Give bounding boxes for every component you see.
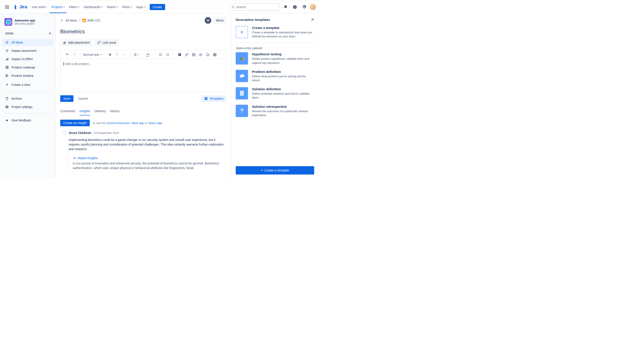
add-attachment-button[interactable]: Add attachment <box>60 39 92 46</box>
watch-icon[interactable] <box>205 17 211 24</box>
undo-icon[interactable] <box>64 52 70 57</box>
nav-dashboards[interactable]: Dashboards▾ <box>82 1 104 13</box>
card-title: Create a template <box>252 26 314 30</box>
template-solution-retrospective[interactable]: ? Solution retrospective Review the outc… <box>236 105 314 117</box>
link-issue-button[interactable]: Link issue <box>94 39 119 46</box>
jira-logo[interactable]: Jira <box>12 4 29 10</box>
add-view-icon[interactable]: + <box>49 31 51 36</box>
insight-checkbox[interactable] <box>62 131 66 135</box>
trash-icon <box>5 97 9 100</box>
sidebar-item-give-feedback[interactable]: Give feedback <box>3 117 54 124</box>
sidebar-item-label: Impact assesment <box>12 49 36 52</box>
italic-icon[interactable]: I <box>114 52 120 57</box>
save-button[interactable]: Save <box>60 95 74 102</box>
create-template-button[interactable]: + Create a template <box>236 166 314 175</box>
description-editor: Normal text▾ B I ⋯ ▾ A▾ <box>60 50 226 92</box>
question-icon: ? <box>236 105 248 117</box>
svg-rect-37 <box>178 53 181 56</box>
settings-icon[interactable] <box>300 3 308 10</box>
sidebar-item-product-timeline[interactable]: Product timeline <box>3 72 54 79</box>
svg-rect-29 <box>160 54 162 55</box>
table-icon[interactable] <box>212 52 218 57</box>
text-color-icon[interactable]: A▾ <box>146 52 151 57</box>
user-avatar[interactable] <box>310 4 316 10</box>
nav-filters[interactable]: Filters▾ <box>67 1 81 13</box>
breadcrumb-all-ideas[interactable]: All ideas <box>66 19 77 22</box>
emoji-icon[interactable] <box>205 52 211 57</box>
svg-rect-52 <box>242 57 242 60</box>
redo-icon[interactable] <box>72 52 77 57</box>
sidebar-item-label: Product roadmap <box>12 66 35 69</box>
template-problem-definition[interactable]: Problem definition Define what problem y… <box>236 70 314 82</box>
svg-rect-10 <box>6 59 6 60</box>
move-button[interactable]: Move <box>214 17 226 24</box>
create-template-card[interactable]: + Create a template Create a template to… <box>236 26 314 43</box>
help-icon[interactable]: ? <box>291 3 298 10</box>
cancel-button[interactable]: Cancel <box>76 95 90 102</box>
templates-button[interactable]: Templates <box>202 95 226 102</box>
sidebar-item-all-ideas[interactable]: All ideas <box>3 39 54 46</box>
apps-switcher-icon[interactable] <box>4 3 10 10</box>
nav-your-work[interactable]: Your work▾ <box>30 1 49 13</box>
checkbox-icon[interactable] <box>177 52 182 57</box>
number-list-icon[interactable]: 123 <box>165 52 170 57</box>
svg-rect-16 <box>6 75 8 75</box>
template-title: Solution definition <box>252 87 314 91</box>
slack-app-link[interactable]: Slack app <box>131 121 144 125</box>
image-icon[interactable] <box>191 52 196 57</box>
search-box[interactable] <box>229 3 280 11</box>
tab-comments[interactable]: Comments <box>60 108 75 116</box>
svg-point-0 <box>232 6 234 8</box>
insight-quote: #slack-insights In our pursuit of innova… <box>68 155 226 172</box>
views-section-header: VIEWS + <box>3 29 54 37</box>
issue-title[interactable]: Biometrics <box>60 28 226 35</box>
template-hypothesis-testing[interactable]: Hypothesis testing Define product hypoth… <box>236 52 314 65</box>
tab-delivery[interactable]: Delivery <box>94 108 106 116</box>
tab-insights[interactable]: Insights <box>80 108 90 116</box>
text-style-dropdown[interactable]: Normal text▾ <box>82 53 103 56</box>
chrome-extension-link[interactable]: Chrome Extension <box>106 121 130 125</box>
mention-icon[interactable]: @ <box>198 52 204 57</box>
tab-history[interactable]: History <box>110 108 120 116</box>
bullet-list-icon[interactable] <box>158 52 163 57</box>
nav-apps[interactable]: Apps▾ <box>134 1 147 13</box>
create-button[interactable]: Create <box>150 4 165 10</box>
template-title: Hypothesis testing <box>252 52 314 56</box>
svg-point-25 <box>159 53 160 54</box>
templates-panel: Description templates ✕ + Create a templ… <box>231 13 318 178</box>
sidebar: Awesome app Discovery project VIEWS + Al… <box>1 13 56 178</box>
sidebar-item-project-settings[interactable]: Project settings <box>3 103 54 110</box>
template-desc: Review the outcomes of a particular solu… <box>252 109 314 117</box>
close-icon[interactable]: ✕ <box>311 17 314 22</box>
activity-tabs: Comments Insights Delivery History <box>60 108 226 116</box>
svg-rect-51 <box>240 58 241 60</box>
svg-rect-47 <box>206 97 207 98</box>
project-name: Awesome app <box>14 19 35 22</box>
bold-icon[interactable]: B <box>107 52 113 57</box>
create-insight-button[interactable]: Create an insight <box>60 120 90 126</box>
editor-textarea[interactable]: Add a description... <box>60 59 226 92</box>
nav-teams[interactable]: Teams▾ <box>105 1 120 13</box>
project-header[interactable]: Awesome app Discovery project <box>3 17 54 28</box>
panel-title: Description templates <box>236 18 270 21</box>
search-input[interactable] <box>236 5 278 9</box>
sidebar-item-impact-vs-effort[interactable]: Impact vs Effort <box>3 55 54 63</box>
megaphone-icon <box>5 119 9 122</box>
insert-link-icon[interactable] <box>184 52 190 57</box>
sidebar-item-product-roadmap[interactable]: Product roadmap <box>3 64 54 71</box>
svg-rect-18 <box>6 76 7 77</box>
template-solution-definition[interactable]: Solution definition Define potential sol… <box>236 87 314 100</box>
sidebar-item-create-view[interactable]: + Create a view <box>3 81 54 89</box>
nav-projects[interactable]: Projects▾ <box>50 1 66 13</box>
list-icon <box>5 41 9 44</box>
align-icon[interactable]: ▾ <box>134 52 139 57</box>
breadcrumb-issue-key[interactable]: ◆ AWE-222 <box>82 19 100 22</box>
teams-app-link[interactable]: Teams app <box>148 121 162 125</box>
sidebar-item-label: Archive <box>12 97 22 100</box>
more-formatting-icon[interactable]: ⋯ <box>121 52 127 57</box>
sidebar-item-archive[interactable]: Archive <box>3 95 54 102</box>
nav-plans[interactable]: Plans▾ <box>120 1 134 13</box>
slack-channel-link[interactable]: #slack-insights <box>73 156 226 160</box>
notifications-icon[interactable] <box>282 3 289 10</box>
sidebar-item-impact-assessment[interactable]: Impact assesment <box>3 47 54 54</box>
